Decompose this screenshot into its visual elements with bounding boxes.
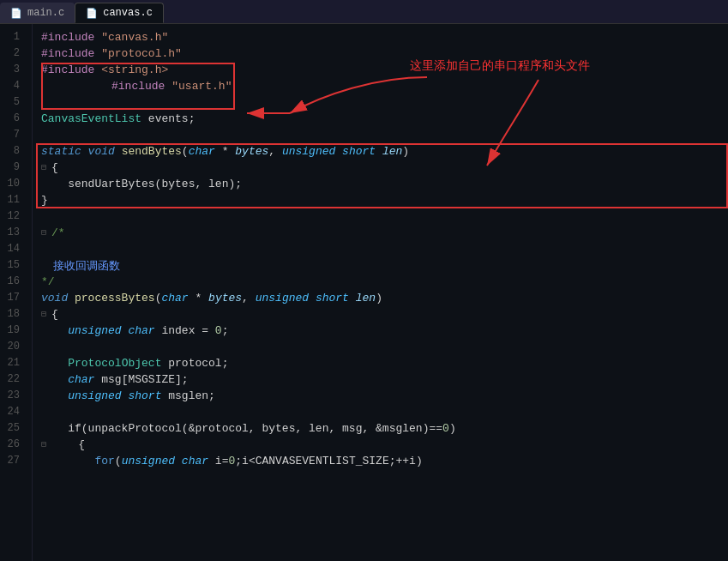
file-icon-active: 📄 [86,8,98,19]
code-line-18: ⊟{ [41,306,728,323]
ln-22: 22 [0,371,25,388]
ln-24: 24 [0,404,25,420]
ln-6: 6 [0,111,25,127]
ln-14: 14 [0,241,25,257]
fold-btn-9[interactable]: ⊟ [41,160,51,176]
tab-label-main-c: main.c [27,7,64,19]
code-line-16: */ [41,274,728,290]
ln-7: 7 [0,127,25,143]
ln-11: 11 [0,192,25,208]
code-line-20 [41,339,728,355]
fold-btn-18[interactable]: ⊟ [41,306,51,323]
ln-21: 21 [0,355,25,371]
code-line-26: ⊟ { [41,437,728,453]
code-line-22: char msg[MSGSIZE]; [41,371,728,388]
line-numbers: 1 2 3 4 5 6 7 8 9 10 11 12 13 14 15 16 1… [0,24,33,561]
file-icon: 📄 [10,8,22,19]
ln-15: 15 [0,257,25,274]
code-line-12 [41,208,728,225]
ln-10: 10 [0,176,25,192]
ln-17: 17 [0,290,25,306]
code-line-23: unsigned short msglen; [41,388,728,404]
code-line-27: for(unsigned char i=0;i<CANVASEVENTLIST_… [41,453,728,469]
code-line-2: #include "protocol.h" [41,45,728,62]
tab-bar: 📄 main.c 📄 canvas.c [0,0,728,24]
ln-5: 5 [0,94,25,111]
code-line-6: CanvasEventList events; [41,111,728,127]
code-line-25: if(unpackProtocol(&protocol, bytes, len,… [41,420,728,437]
code-area: 1 2 3 4 5 6 7 8 9 10 11 12 13 14 15 16 1… [0,24,728,561]
ln-26: 26 [0,437,25,453]
ln-27: 27 [0,453,25,469]
ln-20: 20 [0,339,25,355]
code-line-24 [41,404,728,420]
annotation-label: 这里添加自己的串口程序和头文件 [410,58,590,74]
code-line-10: sendUartBytes(bytes, len); [41,176,728,192]
highlighted-section: static void sendBytes(char * bytes, unsi… [41,143,728,208]
ln-13: 13 [0,225,25,241]
code-line-8: static void sendBytes(char * bytes, unsi… [41,143,728,160]
tab-canvas-c[interactable]: 📄 canvas.c [75,3,164,23]
include-box: #include "usart.h" [41,63,235,110]
ln-19: 19 [0,323,25,339]
ln-18: 18 [0,306,25,323]
ln-4: 4 [0,78,25,94]
ln-9: 9 [0,160,25,176]
code-line-19: unsigned char index = 0; [41,323,728,339]
editor: 📄 main.c 📄 canvas.c 1 2 3 4 5 6 7 8 9 10… [0,0,728,561]
tab-main-c[interactable]: 📄 main.c [0,3,75,23]
code-line-7 [41,127,728,143]
ln-8: 8 [0,143,25,160]
ln-3: 3 [0,62,25,78]
code-lines[interactable]: #include "canvas.h" #include "protocol.h… [33,24,728,561]
code-line-11: } [41,192,728,208]
ln-25: 25 [0,420,25,437]
fold-btn-13[interactable]: ⊟ [41,225,51,241]
code-line-21: ProtocolObject protocol; [41,355,728,371]
code-line-13: ⊟/* [41,225,728,241]
ln-16: 16 [0,274,25,290]
code-line-4: #include "usart.h" [41,78,728,94]
code-line-15: 接收回调函数 [41,257,728,274]
code-line-1: #include "canvas.h" [41,29,728,45]
fold-btn-26[interactable]: ⊟ [41,437,51,453]
ln-1: 1 [0,29,25,45]
ln-2: 2 [0,45,25,62]
tab-label-canvas-c: canvas.c [103,7,153,19]
ln-12: 12 [0,208,25,225]
ln-23: 23 [0,388,25,404]
annotation-arrow-2 [487,75,590,161]
code-line-14 [41,241,728,257]
code-line-17: void processBytes(char * bytes, unsigned… [41,290,728,306]
code-line-9: ⊟{ [41,160,728,176]
